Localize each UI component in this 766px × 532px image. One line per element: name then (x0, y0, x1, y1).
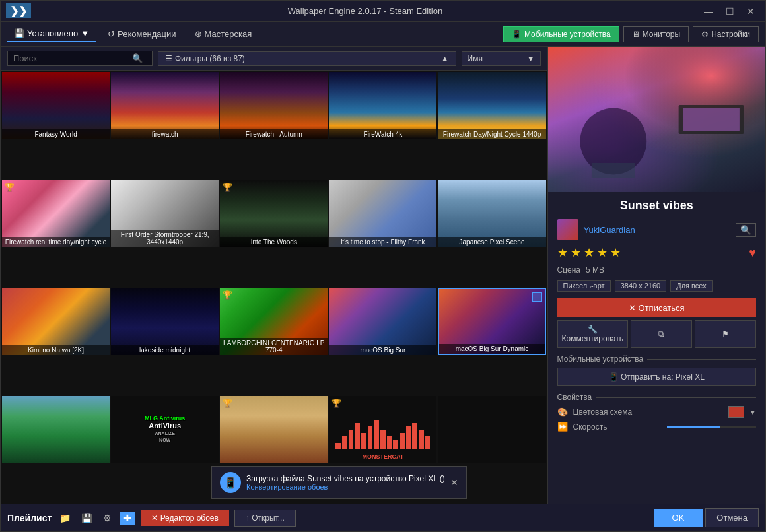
open-btn[interactable]: ↑ Открыт... (234, 510, 296, 527)
main-window: ❯❯ Wallpaper Engine 2.0.17 - Steam Editi… (0, 0, 766, 532)
wallpaper-label: FireWatch 4k (329, 129, 436, 139)
color-scheme-row: 🎨 Цветовая схема ▼ (557, 406, 756, 418)
toast-sub: Конвертирование обоев (246, 483, 445, 491)
preview-details: Sunset vibes YukiGuardian 🔍 ★ ★ ★ ★ ★ ♥ (548, 192, 765, 504)
dialog-buttons: OK Отмена (654, 508, 759, 527)
wallpaper-thumb[interactable]: Firewatch - Autumn (220, 72, 328, 139)
palette-icon: 🎨 (557, 407, 568, 417)
mobile-btn[interactable]: 📱 Мобильные устройства (503, 26, 619, 42)
tags-row: Пиксель-арт 3840 x 2160 Для всех (557, 280, 756, 292)
wallpaper-thumb[interactable]: 🏆 (220, 396, 328, 463)
playlist-folder-btn[interactable]: 📁 (57, 512, 73, 525)
wallpaper-label: macOS Big Sur (329, 345, 436, 355)
nav-forward-btn[interactable]: ❯❯ (6, 3, 31, 18)
wallpaper-thumb[interactable]: FireWatch 4k (329, 72, 436, 139)
copy-btn[interactable]: ⧉ (631, 320, 692, 348)
filter-btn[interactable]: ☰ Фильтры (66 из 87) ▲ (158, 51, 456, 66)
mobile-icon: 📱 (512, 30, 522, 39)
main-toolbar: 💾 Установлено ▼ ↺ Рекомендации ⊛ Мастерс… (1, 22, 765, 47)
wallpaper-thumb[interactable]: 🏆Firewatch real time day/night cycle (2, 180, 110, 248)
monitors-btn[interactable]: 🖥 Мониторы (623, 26, 689, 42)
sort-select[interactable]: Имя ▼ (462, 51, 541, 66)
search-wrap[interactable]: 🔍 (7, 51, 153, 66)
wallpaper-label: Kimi no Na wa [2K] (2, 345, 110, 355)
cancel-btn[interactable]: Отмена (705, 508, 759, 527)
wallpaper-thumb[interactable]: 🏆LAMBORGHINI CENTENARIO LP 770-4 (220, 288, 328, 355)
playlist-save-btn[interactable]: 💾 (79, 512, 95, 525)
wallpaper-thumb[interactable]: Firewatch Day/Night Cycle 1440p (438, 72, 545, 139)
wallpaper-thumb[interactable] (438, 396, 545, 463)
star-5: ★ (610, 246, 621, 260)
comment-btn[interactable]: 🔧 Комментировать (557, 320, 628, 348)
author-row: YukiGuardian 🔍 (557, 219, 756, 240)
window-title: Wallpaper Engine 2.0.17 - Steam Edition (31, 6, 699, 16)
author-search-btn[interactable]: 🔍 (736, 223, 756, 237)
left-panel: 🔍 ☰ Фильтры (66 из 87) ▲ Имя ▼ Fantasy W… (1, 47, 548, 504)
search-input[interactable] (13, 53, 132, 63)
send-to-device-btn[interactable]: 📱 Отправить на: Pixel XL (557, 368, 756, 386)
wallpaper-label: lakeside midnight (111, 345, 219, 355)
favorite-heart[interactable]: ♥ (749, 246, 756, 260)
color-swatch[interactable] (728, 406, 744, 418)
playlist-add-btn[interactable]: ✚ (120, 512, 135, 525)
sort-toggle-icon: ▲ (441, 54, 449, 63)
speed-slider[interactable] (667, 426, 756, 428)
playlist-settings-btn[interactable]: ⚙ (100, 512, 114, 525)
toast-icon: 📱 (220, 472, 241, 493)
close-btn[interactable]: ✕ (742, 4, 760, 18)
filter-icon: ☰ (165, 54, 172, 63)
mobile-section-label: Мобильные устройства (557, 354, 756, 364)
color-scheme-label: Цветовая схема (573, 407, 724, 416)
wallpaper-thumb[interactable]: macOS Big Sur Dynamic (438, 288, 545, 355)
preview-image (548, 47, 765, 192)
wallpaper-label: First Order Stormtrooper 21:9, 3440x1440… (111, 230, 219, 247)
chevron-down-icon: ▼ (527, 54, 535, 63)
wallpaper-thumb[interactable]: Kimi no Na wa [2K] (2, 288, 110, 355)
main-content: 🔍 ☰ Фильтры (66 из 87) ▲ Имя ▼ Fantasy W… (1, 47, 765, 504)
wallpaper-thumb[interactable] (2, 396, 110, 463)
star-2: ★ (571, 246, 581, 260)
toast-close-btn[interactable]: ✕ (450, 477, 458, 488)
trophy-icon: 🏆 (5, 183, 15, 192)
wallpaper-thumb[interactable]: First Order Stormtrooper 21:9, 3440x1440… (111, 180, 219, 248)
right-panel: Sunset vibes YukiGuardian 🔍 ★ ★ ★ ★ ★ ♥ (548, 47, 765, 504)
selected-indicator (532, 292, 542, 302)
wallpaper-thumb[interactable]: MLG AntivirusAntiVirusANALIZENOW (111, 396, 219, 463)
wallpaper-thumb[interactable]: macOS Big Sur (329, 288, 436, 355)
speed-icon: ⏩ (557, 422, 568, 432)
wallpaper-label: Japanese Pixel Scene (438, 237, 545, 247)
settings-btn[interactable]: ⚙ Настройки (693, 26, 759, 42)
installed-icon: 💾 (14, 28, 24, 38)
bottom-bar: Плейлист 📁 💾 ⚙ ✚ ✕ Редактор обоев ↑ Откр… (1, 504, 765, 531)
recommendations-tab[interactable]: ↺ Рекомендации (101, 26, 183, 42)
wallpaper-label: LAMBORGHINI CENTENARIO LP 770-4 (220, 338, 328, 355)
wallpaper-label: macOS Big Sur Dynamic (439, 344, 544, 354)
wallpaper-thumb[interactable]: MONSTERCAT🏆 (329, 396, 436, 463)
author-name: YukiGuardian (584, 225, 635, 235)
wallpaper-thumb[interactable]: Japanese Pixel Scene (438, 180, 545, 248)
wallpaper-thumb[interactable]: Fantasy World (2, 72, 110, 139)
refresh-icon: ↺ (108, 29, 115, 39)
installed-tab[interactable]: 💾 Установлено ▼ (7, 26, 96, 42)
wallpaper-thumb[interactable]: it's time to stop - Filthy Frank (329, 180, 436, 248)
ok-btn[interactable]: OK (654, 509, 703, 527)
trophy-icon: 🏆 (223, 290, 232, 300)
wallpaper-thumb[interactable]: lakeside midnight (111, 288, 219, 355)
maximize-btn[interactable]: ☐ (720, 4, 739, 18)
wallpaper-thumb[interactable]: 🏆Into The Woods (220, 180, 328, 248)
unsubscribe-btn[interactable]: ✕ Отписаться (557, 298, 756, 317)
toast-title: Загрузка файла Sunset vibes на устройств… (246, 474, 445, 483)
wallpaper-editor-btn[interactable]: ✕ Редактор обоев (141, 510, 229, 526)
trophy-icon: 🏆 (331, 399, 341, 408)
flag-btn[interactable]: ⚑ (695, 320, 756, 348)
wallpaper-thumb[interactable]: firewatch (111, 72, 219, 139)
wallpaper-label: Firewatch Day/Night Cycle 1440p (438, 129, 545, 139)
workshop-tab[interactable]: ⊛ Мастерская (188, 26, 259, 42)
color-arrow-icon[interactable]: ▼ (749, 409, 756, 416)
author-avatar (557, 219, 578, 240)
minimize-btn[interactable]: — (699, 4, 718, 18)
star-4: ★ (597, 246, 608, 260)
type-label: Сцена (557, 265, 580, 275)
stars-row: ★ ★ ★ ★ ★ ♥ (557, 246, 756, 260)
flag-icon: ⚑ (722, 329, 729, 339)
